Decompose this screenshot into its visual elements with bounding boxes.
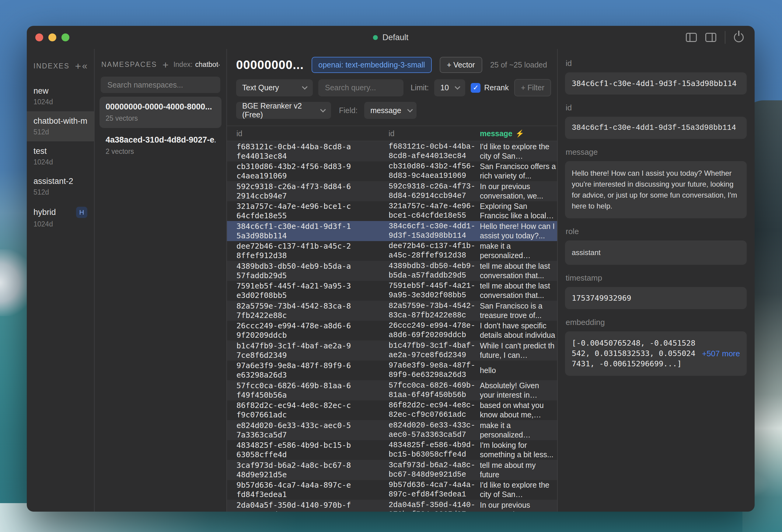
table-row[interactable]: b1c47fb9-3c1f-4baf-ae2a-97ce8f6d2349b1c4… xyxy=(227,340,557,360)
titlebar-actions xyxy=(686,31,755,44)
table-row[interactable]: 321a757c-4a7e-4e96-bce1-c64cfde18e55321a… xyxy=(227,201,557,221)
cell-message: I'm looking for something a bit less... xyxy=(480,441,557,459)
table-row[interactable]: 2da04a5f-350d-4140-970b-f534c8365d972da0… xyxy=(227,500,557,511)
table-row[interactable]: 9b57d636-4ca7-4a4a-897c-efd84f3edea19b57… xyxy=(227,480,557,500)
table-row[interactable]: 592c9318-c26a-4f73-8d84-62914ccb94e7592c… xyxy=(227,181,557,201)
index-name: assistant-2 xyxy=(33,177,73,186)
add-filter-button[interactable]: + Filter xyxy=(514,79,551,97)
toggle-left-panel-icon[interactable] xyxy=(686,33,697,42)
sidebar-item-new[interactable]: new1024d xyxy=(27,81,94,111)
zoom-button[interactable] xyxy=(62,33,69,41)
table-row[interactable]: 57fcc0ca-6826-469b-81aa-6f49f450b56a57fc… xyxy=(227,380,557,401)
table-row[interactable]: 26ccc249-e994-478e-a8d6-69f20209ddcb26cc… xyxy=(227,321,557,341)
toggle-right-panel-icon[interactable] xyxy=(705,33,716,42)
indexes-list: new1024dchatbot-with-me...512dtest1024da… xyxy=(27,81,94,233)
query-type-value: Text Query xyxy=(242,83,279,92)
table-row[interactable]: 82a5759e-73b4-4542-83ca-87fb2422e88c82a5… xyxy=(227,301,557,321)
index-name-row: new xyxy=(33,86,87,96)
field-value-id: 384c6cf1-c30e-4dd1-9d3f-15a3d98bb114 xyxy=(565,117,747,139)
detail-panel: id384c6cf1-c30e-4dd1-9d3f-15a3d98bb114id… xyxy=(558,49,755,511)
table-row[interactable]: 4834825f-e586-4b9d-bc15-b63058cffe4d4834… xyxy=(227,440,557,460)
cell-id: 384c6cf1-c30e-4dd1-9d3f-15a3d98bb114 xyxy=(237,222,389,240)
vectors-table: f683121c-0cb4-44ba-8cd8-afe44013ec84f683… xyxy=(227,141,557,511)
indexes-sidebar: INDEXES + « new1024dchatbot-with-me...51… xyxy=(27,49,95,511)
table-header: id id message ⚡ xyxy=(227,125,557,141)
table-row[interactable]: cb310d86-43b2-4f56-8d83-9c4aea191069cb31… xyxy=(227,161,557,182)
index-name: hybrid xyxy=(33,207,56,217)
rerank-control: ✓ Rerank xyxy=(471,83,509,93)
table-row[interactable]: f683121c-0cb4-44ba-8cd8-afe44013ec84f683… xyxy=(227,141,557,161)
cell-message: In our previous conversation, we... xyxy=(480,182,557,201)
limit-select[interactable]: 10 xyxy=(434,79,465,97)
namespace-search-input[interactable] xyxy=(107,81,214,89)
table-row[interactable]: 86f82d2c-ec94-4e8c-82ec-cf9c07661adc86f8… xyxy=(227,401,557,420)
add-namespace-icon[interactable]: + xyxy=(163,62,169,68)
cell-message: I don't have specific details about indi… xyxy=(480,321,557,340)
index-dimensions: 512d xyxy=(33,188,87,196)
embedding-model-pill[interactable]: openai: text-embedding-3-small xyxy=(312,57,431,73)
index-name: chatbot-with-me... xyxy=(33,116,87,126)
cell-id: 9b57d636-4ca7-4a4a-897c-efd84f3edea1 xyxy=(237,480,389,499)
namespace-item[interactable]: 4a38aced-310d-4d8d-9027-e...2 vectors xyxy=(100,130,221,161)
close-button[interactable] xyxy=(35,33,43,41)
table-row[interactable]: 4389bdb3-db50-4eb9-b5da-a57faddb29d54389… xyxy=(227,261,557,281)
index-dimensions: 1024d xyxy=(33,158,87,166)
namespaces-list: 00000000-0000-4000-8000...25 vectors4a38… xyxy=(95,97,226,161)
sidebar-item-chatbot-with-me-[interactable]: chatbot-with-me...512d xyxy=(27,111,94,141)
cell-message: tell me about my future xyxy=(480,461,557,480)
namespace-vector-count: 2 vectors xyxy=(106,147,215,156)
reranker-select[interactable]: BGE Reranker v2 (Free) xyxy=(236,102,331,119)
field-label-role: role xyxy=(566,227,747,236)
table-row[interactable]: e824d020-6e33-433c-aec0-57a3363ca5d7e824… xyxy=(227,420,557,440)
cell-id-attr: 7591eb5f-445f-4a21-9a95-3e3d02f08bb5 xyxy=(389,281,480,300)
hybrid-badge: H xyxy=(76,207,87,218)
collapse-sidebar-icon[interactable]: « xyxy=(82,61,87,71)
field-select[interactable]: message xyxy=(364,102,417,119)
cell-message: San Francisco is a treasure trove of... xyxy=(480,301,557,320)
sidebar-item-hybrid[interactable]: hybridH1024d xyxy=(27,201,94,233)
table-row[interactable]: 7591eb5f-445f-4a21-9a95-3e3d02f08bb57591… xyxy=(227,281,557,301)
window-title: Default xyxy=(373,33,408,42)
column-header-id1[interactable]: id xyxy=(237,129,389,138)
sidebar-item-assistant-2[interactable]: assistant-2512d xyxy=(27,172,94,201)
titlebar-divider xyxy=(725,31,725,44)
embedding-more-link[interactable]: +507 more xyxy=(702,349,740,358)
column-header-id2[interactable]: id xyxy=(389,129,480,138)
table-row[interactable]: 3caf973d-b6a2-4a8c-bc67-848d9e921d5e3caf… xyxy=(227,460,557,480)
table-row[interactable]: 97a6e3f9-9e8a-487f-89f9-6e63298a26d397a6… xyxy=(227,360,557,381)
query-search-input[interactable] xyxy=(325,83,397,92)
index-context: Index: chatbot-wit... xyxy=(173,61,220,69)
power-icon[interactable] xyxy=(734,33,744,42)
cell-id-attr: 3caf973d-b6a2-4a8c-bc67-848d9e921d5e xyxy=(389,461,480,480)
cell-id: 57fcc0ca-6826-469b-81aa-6f49f450b56a xyxy=(237,381,389,400)
chevron-down-icon xyxy=(407,107,413,112)
sidebar-item-test[interactable]: test1024d xyxy=(27,141,94,172)
table-row[interactable]: 384c6cf1-c30e-4dd1-9d3f-15a3d98bb114384c… xyxy=(227,221,557,241)
reranker-value: BGE Reranker v2 (Free) xyxy=(242,102,314,119)
cell-message: based on what you know about me, what... xyxy=(480,401,557,420)
limit-label: Limit: xyxy=(411,83,429,92)
cell-id-attr: 86f82d2c-ec94-4e8c-82ec-cf9c07661adc xyxy=(389,401,480,420)
cell-id: f683121c-0cb4-44ba-8cd8-afe44013ec84 xyxy=(237,142,389,161)
namespace-item[interactable]: 00000000-0000-4000-8000...25 vectors xyxy=(100,97,221,128)
minimize-button[interactable] xyxy=(48,33,56,41)
column-header-message[interactable]: message ⚡ xyxy=(480,129,557,138)
cell-id-attr: cb310d86-43b2-4f56-8d83-9c4aea191069 xyxy=(389,162,480,181)
reranker-controls: BGE Reranker v2 (Free) Field: message xyxy=(227,97,557,125)
table-row[interactable]: dee72b46-c137-4f1b-a45c-28ffef912d38dee7… xyxy=(227,241,557,261)
add-index-icon[interactable]: + xyxy=(75,63,81,69)
cell-message: In our previous conversations, we... xyxy=(480,500,557,511)
cell-message: San Francisco offers a rich variety of..… xyxy=(480,162,557,181)
index-name-row: hybridH xyxy=(33,207,87,218)
index-dimensions: 512d xyxy=(33,128,87,136)
field-value-embedding: [-0.00450765248, -0.0451528542, 0.031583… xyxy=(565,331,747,376)
main-panel: 00000000... openai: text-embedding-3-sma… xyxy=(227,49,558,511)
query-type-select[interactable]: Text Query xyxy=(236,79,313,97)
window-title-label: Default xyxy=(383,33,408,42)
cell-message: Absolutely! Given your interest in explo… xyxy=(480,381,557,400)
rerank-checkbox[interactable]: ✓ xyxy=(471,83,481,93)
field-value-timestamp: 1753749932969 xyxy=(565,287,747,309)
add-vector-button[interactable]: + Vector xyxy=(440,57,482,73)
window-content: INDEXES + « new1024dchatbot-with-me...51… xyxy=(27,49,755,511)
index-name-row: test xyxy=(33,147,87,156)
